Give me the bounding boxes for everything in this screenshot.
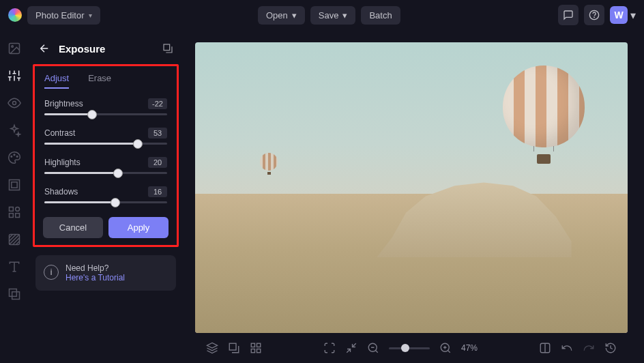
- rail-overlay-icon[interactable]: [7, 287, 22, 302]
- svg-rect-20: [257, 343, 261, 347]
- side-panel: Exposure Adjust Erase Brightness -22: [29, 30, 183, 363]
- highlights-slider: Highlights 20: [36, 154, 175, 184]
- feedback-button[interactable]: [558, 5, 579, 25]
- canvas-area: 47%: [183, 30, 644, 363]
- slider-label: Brightness: [44, 99, 83, 108]
- slider-thumb[interactable]: [113, 169, 123, 178]
- svg-point-1: [594, 17, 595, 18]
- info-icon: i: [44, 265, 59, 280]
- undo-icon[interactable]: [561, 342, 573, 354]
- svg-rect-15: [10, 289, 17, 297]
- slider-value[interactable]: 16: [148, 186, 167, 197]
- rail-elements-icon[interactable]: [7, 205, 22, 220]
- slider-label: Shadows: [44, 187, 78, 197]
- export-icon[interactable]: [228, 342, 240, 354]
- slider-track[interactable]: [44, 143, 167, 145]
- panel-title: Exposure: [59, 43, 154, 55]
- svg-point-11: [16, 207, 20, 212]
- compare-icon[interactable]: [162, 43, 173, 54]
- balloon-small: [260, 153, 278, 175]
- rail-sparkle-icon[interactable]: [7, 123, 22, 138]
- help-button[interactable]: [584, 5, 604, 25]
- rail-text-icon[interactable]: [7, 259, 22, 274]
- svg-rect-13: [16, 214, 20, 218]
- adjustment-controls-highlight: Adjust Erase Brightness -22 Contrast 53: [33, 64, 179, 247]
- slider-track[interactable]: [44, 172, 167, 174]
- slider-label: Contrast: [44, 128, 75, 138]
- rail-texture-icon[interactable]: [7, 232, 22, 247]
- question-icon: [589, 10, 600, 20]
- history-icon[interactable]: [604, 342, 617, 354]
- bottombar: 47%: [195, 333, 628, 363]
- tab-erase[interactable]: Erase: [88, 73, 111, 89]
- layers-icon[interactable]: [206, 342, 218, 354]
- redo-icon[interactable]: [583, 342, 595, 354]
- account-menu[interactable]: W ▾: [610, 6, 636, 24]
- app-mode-dropdown[interactable]: Photo Editor ▾: [27, 6, 100, 25]
- chevron-down-icon: ▾: [630, 9, 636, 22]
- batch-button[interactable]: Batch: [361, 6, 400, 25]
- grid-icon[interactable]: [250, 342, 262, 354]
- zoom-in-icon[interactable]: [439, 342, 452, 354]
- svg-point-7: [16, 156, 18, 158]
- slider-value[interactable]: 20: [148, 157, 167, 168]
- shadows-slider: Shadows 16: [36, 184, 175, 213]
- brightness-slider: Brightness -22: [36, 96, 175, 125]
- svg-rect-22: [257, 349, 261, 353]
- slider-track[interactable]: [44, 201, 167, 203]
- rail-adjust-icon[interactable]: [7, 68, 22, 83]
- rail-frame-icon[interactable]: [7, 177, 22, 192]
- chevron-down-icon: ▾: [89, 12, 92, 19]
- slider-thumb[interactable]: [133, 139, 143, 149]
- slider-label: Highlights: [44, 158, 80, 167]
- svg-rect-19: [251, 343, 254, 347]
- balloon-large: [503, 66, 585, 161]
- fullscreen-icon[interactable]: [323, 342, 336, 354]
- slider-value[interactable]: -22: [148, 98, 167, 109]
- slider-thumb[interactable]: [111, 198, 120, 207]
- zoom-thumb[interactable]: [401, 344, 409, 352]
- app-logo: [8, 8, 22, 22]
- zoom-slider[interactable]: [389, 347, 430, 349]
- rail-palette-icon[interactable]: [7, 150, 22, 165]
- save-button[interactable]: Save ▾: [310, 6, 356, 25]
- help-title: Need Help?: [65, 263, 125, 273]
- compare-toggle-icon[interactable]: [539, 342, 551, 354]
- svg-point-4: [13, 102, 16, 105]
- contrast-slider: Contrast 53: [36, 125, 175, 154]
- chat-icon: [563, 10, 574, 20]
- svg-point-5: [11, 156, 12, 158]
- slider-value[interactable]: 53: [148, 128, 167, 139]
- rail-image-icon[interactable]: [7, 41, 22, 56]
- slider-track[interactable]: [44, 113, 167, 115]
- svg-rect-12: [10, 214, 14, 218]
- help-card: i Need Help? Here's a Tutorial: [35, 255, 176, 291]
- tab-adjust[interactable]: Adjust: [44, 73, 69, 89]
- svg-rect-18: [229, 343, 236, 350]
- svg-rect-21: [251, 349, 254, 353]
- chevron-down-icon: ▾: [342, 10, 347, 20]
- zoom-level: 47%: [461, 343, 478, 353]
- svg-rect-10: [10, 207, 14, 212]
- apply-button[interactable]: Apply: [108, 217, 169, 238]
- app-mode-label: Photo Editor: [35, 10, 85, 20]
- back-button[interactable]: [38, 42, 50, 55]
- svg-point-6: [14, 154, 15, 156]
- help-tutorial-link[interactable]: Here's a Tutorial: [65, 273, 125, 282]
- svg-rect-17: [164, 44, 170, 50]
- zoom-out-icon[interactable]: [367, 342, 379, 354]
- avatar: W: [610, 6, 628, 24]
- rail-eye-icon[interactable]: [7, 96, 22, 111]
- svg-rect-9: [12, 182, 17, 188]
- topbar: Photo Editor ▾ Open ▾ Save ▾ Batch W ▾: [0, 0, 644, 30]
- tool-rail: [0, 30, 29, 363]
- open-button[interactable]: Open ▾: [258, 6, 305, 25]
- fit-icon[interactable]: [345, 342, 357, 354]
- chevron-down-icon: ▾: [292, 10, 297, 20]
- svg-rect-16: [12, 292, 20, 300]
- svg-rect-8: [10, 180, 20, 190]
- image-canvas[interactable]: [195, 42, 628, 333]
- slider-thumb[interactable]: [87, 110, 97, 119]
- cancel-button[interactable]: Cancel: [43, 217, 103, 238]
- svg-point-3: [12, 46, 13, 48]
